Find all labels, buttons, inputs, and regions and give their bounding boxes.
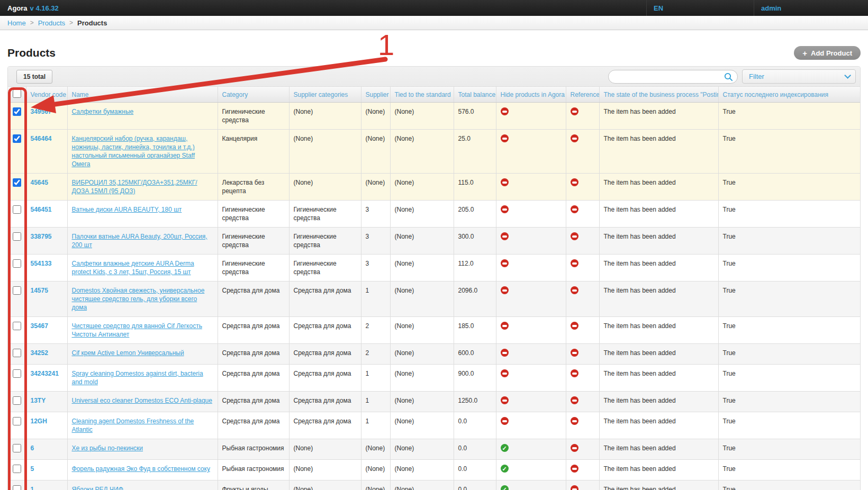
category-value: Гигиенические средства: [222, 206, 265, 222]
vendor-code-link[interactable]: 6: [31, 444, 34, 452]
vendor-code-link[interactable]: 35467: [31, 322, 48, 330]
posting-state-value: The item has been added: [604, 397, 676, 404]
vendor-code-link[interactable]: 1: [31, 486, 34, 490]
product-name-link[interactable]: ВИБРОЦИЛ 35,125МКГ/ДОЗА+351,25МКГ/ДОЗА 1…: [72, 179, 197, 195]
row-checkbox[interactable]: [13, 417, 21, 425]
select-all-checkbox[interactable]: [13, 89, 21, 98]
vendor-code-link[interactable]: 554133: [31, 260, 52, 267]
col-header-supplier[interactable]: Supplier: [361, 87, 390, 103]
vendor-code-link[interactable]: 14575: [31, 287, 48, 294]
supplier-cell: 1: [361, 282, 390, 317]
index-status-value: True: [723, 370, 736, 377]
row-checkbox[interactable]: [13, 259, 21, 268]
col-header-vendor-code[interactable]: Vendor code: [26, 87, 67, 103]
breadcrumb-home[interactable]: Home: [7, 19, 26, 27]
col-header-category[interactable]: Category: [218, 87, 289, 103]
row-checkbox[interactable]: [13, 349, 21, 357]
language-menu[interactable]: EN: [646, 0, 754, 16]
vendor-code-link[interactable]: 5: [31, 465, 34, 473]
col-header-reference[interactable]: Reference: [566, 87, 599, 103]
vendor-code-link[interactable]: 13TY: [31, 397, 46, 404]
vendor-code-link[interactable]: 12GH: [31, 418, 47, 425]
product-name-link[interactable]: Чистящее средство для ванной Cif Легкост…: [72, 322, 202, 338]
supplier-categories-cell: Гигиенические средства: [289, 255, 361, 282]
supplier-categories-cell: Гигиенические средства: [289, 228, 361, 255]
col-header-hide-products[interactable]: Hide products in Agora: [496, 87, 566, 103]
supplier-cell: (None): [361, 174, 390, 201]
category-value: Средства для дома: [222, 349, 280, 357]
tied-to-standard-cell: (None): [390, 392, 454, 412]
row-checkbox[interactable]: [13, 369, 21, 378]
index-status-cell: True: [718, 365, 860, 392]
vendor-code-link[interactable]: 546451: [31, 206, 52, 213]
name-cell: Cif крем Active Lemon Универсальный: [67, 344, 218, 365]
row-checkbox[interactable]: [13, 178, 21, 187]
vendor-code-link[interactable]: 34243241: [31, 370, 59, 377]
table-row: 14575 Domestos Хвойная свежесть, универс…: [8, 282, 860, 317]
row-checkbox[interactable]: [13, 205, 21, 214]
hide-status-icon: [501, 205, 509, 213]
row-checkbox[interactable]: [13, 107, 21, 116]
row-checkbox[interactable]: [13, 396, 21, 405]
hide-products-cell: [496, 460, 566, 480]
vendor-code-cell: 546464: [26, 130, 67, 174]
checkbox-cell: [8, 412, 26, 439]
total-count-button[interactable]: 15 total: [16, 70, 52, 84]
product-name-link[interactable]: Domestos Хвойная свежесть, универсальное…: [72, 287, 205, 311]
breadcrumb-separator: >: [30, 19, 34, 26]
name-cell: Ватные диски AURA BEAUTY, 180 шт: [67, 201, 218, 228]
col-header-supplier-categories[interactable]: Supplier categories: [289, 87, 361, 103]
product-name-link[interactable]: Палочки ватные AURA Beauty, 200шт, Росси…: [72, 233, 207, 249]
reference-status-icon: [571, 259, 578, 267]
posting-state-value: The item has been added: [604, 486, 676, 490]
total-balance-value: 1250.0: [458, 397, 478, 404]
table-row: 45645 ВИБРОЦИЛ 35,125МКГ/ДОЗА+351,25МКГ/…: [8, 174, 860, 201]
col-header-index-status[interactable]: Статус последнего индексирования: [718, 87, 860, 103]
vendor-code-link[interactable]: 546464: [31, 135, 52, 142]
row-checkbox[interactable]: [13, 444, 21, 452]
total-balance-cell: 0.0: [454, 460, 496, 480]
product-name-link[interactable]: Хе из рыбы по-пекински: [72, 444, 143, 452]
product-name-link[interactable]: Spray cleaning Domestos against dirt, ba…: [72, 370, 203, 386]
checkbox-cell: [8, 344, 26, 365]
search-icon[interactable]: [724, 72, 733, 84]
product-name-link[interactable]: Салфетки бумажные: [72, 108, 134, 115]
col-header-total-balance[interactable]: Total balance: [454, 87, 496, 103]
row-checkbox[interactable]: [13, 286, 21, 295]
product-name-link[interactable]: Cif крем Active Lemon Универсальный: [72, 349, 184, 357]
supplier-value: (None): [366, 135, 385, 142]
language-link[interactable]: EN: [654, 4, 663, 12]
product-name-link[interactable]: Cleaning agent Domestos Freshness of the…: [72, 418, 194, 433]
product-name-link[interactable]: Канцелярский набор (ручка, карандаш, нож…: [72, 135, 195, 168]
breadcrumb-products[interactable]: Products: [38, 19, 65, 27]
add-product-button[interactable]: + Add Product: [794, 46, 861, 60]
user-menu[interactable]: admin: [754, 0, 868, 16]
row-checkbox[interactable]: [13, 465, 21, 473]
vendor-code-link[interactable]: 349567: [31, 108, 52, 115]
table-row: 1 Яблоки РЕД ЧИФ Фрукты и ягоды (None) (…: [8, 480, 860, 490]
row-checkbox[interactable]: [13, 232, 21, 241]
product-name-link[interactable]: Universal eco cleaner Domestos ECO Anti-…: [72, 397, 212, 404]
col-header-name[interactable]: Name: [67, 87, 218, 103]
product-name-link[interactable]: Ватные диски AURA BEAUTY, 180 шт: [72, 206, 182, 213]
vendor-code-link[interactable]: 45645: [31, 179, 48, 186]
col-header-tied-to-standard[interactable]: Tied to the standard: [390, 87, 454, 103]
vendor-code-link[interactable]: 34252: [31, 349, 48, 357]
product-name-link[interactable]: Салфетки влажные детские AURA Derma prot…: [72, 260, 194, 276]
row-checkbox[interactable]: [13, 134, 21, 143]
vendor-code-link[interactable]: 338795: [31, 233, 52, 240]
row-checkbox[interactable]: [13, 485, 21, 490]
plus-icon: +: [802, 49, 807, 58]
col-header-posting-state[interactable]: The state of the business process "Posti…: [599, 87, 718, 103]
reference-status-icon: [571, 178, 578, 186]
row-checkbox[interactable]: [13, 322, 21, 330]
product-name-link[interactable]: Форель радужная Эко Фуд в собственном со…: [72, 465, 210, 473]
user-link[interactable]: admin: [761, 4, 781, 12]
search-input[interactable]: [608, 70, 738, 84]
product-name-link[interactable]: Яблоки РЕД ЧИФ: [72, 486, 123, 490]
reference-cell: [566, 480, 599, 490]
filter-dropdown[interactable]: Filter: [742, 69, 856, 84]
total-balance-cell: 576.0: [454, 103, 496, 130]
supplier-cell: (None): [361, 460, 390, 480]
index-status-value: True: [723, 260, 736, 267]
